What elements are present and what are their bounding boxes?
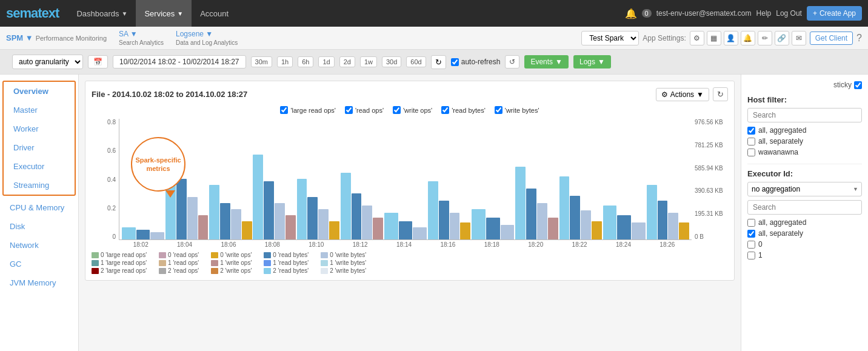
time-1d[interactable]: 1d: [318, 56, 334, 67]
spm-link[interactable]: SPM ▼: [6, 33, 33, 42]
host-wawanawna[interactable]: wawanawna: [747, 148, 862, 156]
sidebar-item-cpu-memory[interactable]: CPU & Memory: [0, 198, 78, 217]
legend-write-bytes[interactable]: 'write bytes': [495, 106, 539, 114]
legend-write-ops[interactable]: 'write ops': [393, 106, 432, 114]
legend-row: 1 'read bytes': [264, 259, 309, 266]
services-menu[interactable]: Services ▼: [136, 0, 192, 27]
time-6h[interactable]: 6h: [298, 56, 313, 67]
sidebar-item-streaming[interactable]: Streaming: [4, 176, 75, 195]
x-label: 18:14: [382, 241, 426, 248]
time-30d[interactable]: 30d: [382, 56, 401, 67]
legend-row: 0 'read bytes': [264, 252, 309, 258]
sidebar-item-disk[interactable]: Disk: [0, 217, 78, 236]
host-all-separately-checkbox[interactable]: [747, 138, 755, 145]
create-app-button[interactable]: + Create App: [807, 6, 862, 21]
legend-row: 1 'read ops': [159, 259, 199, 266]
logsene-sub: Data and Log Analytics: [176, 39, 238, 46]
actions-dropdown-icon: ▼: [696, 90, 704, 99]
host-search-input[interactable]: [747, 108, 862, 122]
settings-link-icon[interactable]: 🔗: [775, 31, 789, 45]
settings-db-icon[interactable]: ▦: [707, 31, 721, 45]
time-2d[interactable]: 2d: [339, 56, 355, 67]
legend-read-ops[interactable]: 'read ops': [345, 106, 384, 114]
logout-link[interactable]: Log Out: [776, 9, 802, 18]
legend-read-bytes-checkbox[interactable]: [441, 106, 449, 114]
time-1h[interactable]: 1h: [277, 56, 293, 67]
logo[interactable]: sematext: [6, 5, 59, 21]
bell-icon[interactable]: 🔔: [625, 8, 637, 19]
sidebar-item-overview[interactable]: Overview: [4, 82, 75, 101]
executor-0[interactable]: 0: [747, 240, 862, 249]
executor-0-checkbox[interactable]: [747, 241, 755, 249]
host-all-separately[interactable]: all, separately: [747, 137, 862, 145]
sidebar-item-master[interactable]: Master: [4, 101, 75, 119]
right-panel: sticky Host filter: all, aggregated all,…: [741, 75, 868, 351]
legend-write-bytes-checkbox[interactable]: [495, 106, 502, 114]
legend-row: 0 'large read ops': [92, 252, 147, 258]
account-menu[interactable]: Account: [192, 0, 237, 27]
legend-large-read-ops-checkbox[interactable]: [280, 106, 288, 114]
help-icon[interactable]: ?: [856, 33, 862, 44]
sidebar-item-jvm-memory[interactable]: JVM Memory: [0, 273, 78, 292]
x-label: 18:16: [426, 241, 470, 248]
auto-refresh-label[interactable]: auto-refresh: [451, 58, 501, 66]
time-60d[interactable]: 60d: [406, 56, 426, 67]
bar: [658, 201, 668, 239]
legend-read-bytes[interactable]: 'read bytes': [441, 106, 486, 114]
get-client-button[interactable]: Get Client: [810, 32, 853, 45]
legend-large-read-ops[interactable]: 'large read ops': [280, 106, 336, 114]
x-label: 18:26: [646, 241, 689, 248]
sidebar-item-gc[interactable]: GC: [0, 255, 78, 273]
auto-refresh-checkbox[interactable]: [451, 58, 459, 66]
time-30m[interactable]: 30m: [251, 56, 272, 67]
executor-all-separately[interactable]: all, separately: [747, 229, 862, 238]
sa-sub: Search Analytics: [119, 39, 164, 46]
events-button[interactable]: Events ▼: [524, 55, 569, 69]
refresh-button[interactable]: ↻: [431, 55, 446, 69]
swatch: [92, 260, 99, 266]
logs-button[interactable]: Logs ▼: [573, 55, 611, 69]
sidebar-item-driver[interactable]: Driver: [4, 138, 75, 157]
settings-bell-icon[interactable]: 🔔: [741, 31, 755, 45]
calendar-button[interactable]: 📅: [88, 55, 108, 69]
swatch: [159, 268, 166, 274]
settings-edit-icon[interactable]: ✏: [758, 31, 772, 45]
dashboards-menu[interactable]: Dashboards ▼: [68, 0, 136, 27]
logsene-link[interactable]: Logsene ▼ Data and Log Analytics: [176, 30, 238, 47]
executor-1-checkbox[interactable]: [747, 252, 755, 259]
host-all-aggregated-checkbox[interactable]: [747, 127, 755, 135]
legend-write-ops-checkbox[interactable]: [393, 106, 401, 114]
bar: [329, 221, 339, 239]
settings-gear-icon[interactable]: ⚙: [690, 31, 704, 45]
help-link[interactable]: Help: [756, 9, 772, 18]
executor-1[interactable]: 1: [747, 251, 862, 259]
sidebar-item-worker[interactable]: Worker: [4, 119, 75, 138]
undo-button[interactable]: ↺: [505, 55, 519, 69]
sticky-checkbox[interactable]: [854, 81, 862, 89]
host-all-aggregated[interactable]: all, aggregated: [747, 126, 862, 135]
content-area: File - 2014.10.02 18:02 to 2014.10.02 18…: [79, 75, 741, 351]
spm-label: SPM ▼: [6, 33, 33, 42]
granularity-select[interactable]: auto granularity: [12, 55, 83, 69]
sa-link[interactable]: SA ▼ Search Analytics: [119, 30, 164, 47]
executor-select[interactable]: no aggregation: [747, 182, 862, 196]
bar: [198, 215, 209, 239]
legend-read-ops-checkbox[interactable]: [345, 106, 353, 114]
executor-all-aggregated-checkbox[interactable]: [747, 219, 755, 227]
time-1w[interactable]: 1w: [360, 56, 377, 67]
settings-icons: ⚙ ▦ 👤 🔔 ✏ 🔗 ✉: [690, 31, 806, 45]
app-selector[interactable]: Test Spark: [581, 31, 639, 45]
chart-refresh-button[interactable]: ↻: [713, 87, 728, 101]
y-axis-right: 976.56 KB 781.25 KB 585.94 KB 390.63 KB …: [692, 119, 728, 240]
executor-filter-section: Executor Id: no aggregation all, aggrega…: [747, 169, 862, 259]
executor-all-separately-checkbox[interactable]: [747, 230, 755, 238]
sidebar-item-network[interactable]: Network: [0, 236, 78, 255]
executor-all-aggregated[interactable]: all, aggregated: [747, 218, 862, 227]
sidebar-item-executor[interactable]: Executor: [4, 157, 75, 176]
settings-user-icon[interactable]: 👤: [724, 31, 738, 45]
settings-mail-icon[interactable]: ✉: [792, 31, 806, 45]
user-email: test-env-user@sematext.com: [656, 9, 752, 18]
executor-search-input[interactable]: [747, 200, 862, 215]
host-wawanawna-checkbox[interactable]: [747, 149, 755, 156]
actions-button[interactable]: ⚙ Actions ▼: [656, 88, 709, 101]
